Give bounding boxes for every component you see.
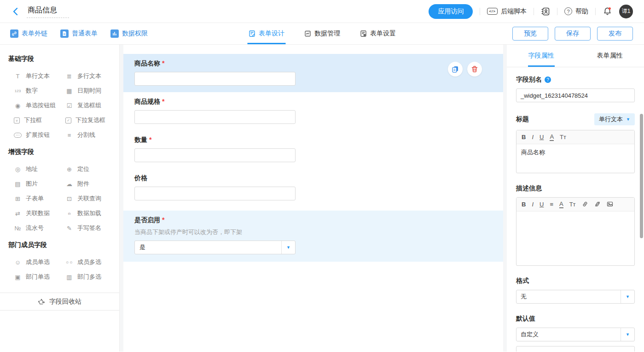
sidebar-field-dropdown-multi[interactable]: ✓下拉复选框 [65,116,116,124]
form-external-link-button[interactable]: 表单外链 [10,29,47,38]
sidebar-field-divider[interactable]: ≡分割线 [65,131,116,139]
copy-field-button[interactable] [448,62,463,76]
canvas-field-price[interactable]: 价格 [123,169,503,207]
format-select[interactable]: 无 ▼ [516,290,635,304]
bold-icon[interactable]: B [522,201,526,207]
description-editor-content[interactable] [516,211,634,265]
canvas-field-product-spec[interactable]: 商品规格* [123,92,503,130]
data-manage-icon [304,30,311,37]
help-tooltip-icon[interactable]: ? [545,76,551,83]
text-input[interactable] [134,187,296,200]
italic-icon[interactable]: I [532,134,534,140]
enabled-select[interactable]: 是 ▼ [134,241,296,254]
sidebar-field-linked-data[interactable]: ⇄关联数据 [14,209,65,217]
member-multi-icon: ☺☺ [65,260,73,264]
bold-icon[interactable]: B [522,134,526,140]
text-input[interactable] [134,110,296,124]
tab-data-manage[interactable]: 数据管理 [304,23,340,44]
format-label: 格式 [516,277,529,285]
canvas-field-enabled[interactable]: 是否启用* 当商品下架或停产时可以改为否，即下架 是 ▼ [123,211,503,262]
text-input[interactable] [134,148,296,162]
tab-form-properties[interactable]: 表单属性 [575,45,644,67]
field-label: 价格 [134,174,147,182]
normal-form-button[interactable]: 普通表单 [60,29,98,38]
field-recycle-bin-button[interactable]: 字段回收站 [0,293,119,311]
user-avatar[interactable]: 谭1 [619,5,633,18]
font-color-icon[interactable]: A [559,201,563,208]
field-label: 数量 [134,136,147,143]
field-label: 商品规格 [134,98,160,105]
default-custom-value-input[interactable] [516,346,635,352]
sidebar-field-radio-group[interactable]: ◉单选按钮组 [14,101,65,110]
delete-field-button[interactable] [467,62,482,76]
tab-form-design[interactable]: 表单设计 [248,23,284,44]
sidebar-field-data-load[interactable]: ılı数据加载 [65,209,116,217]
text-input[interactable] [134,72,296,86]
properties-scrollbar[interactable] [640,114,643,238]
field-type-dropdown[interactable]: 单行文本 ▼ [594,113,635,125]
sidebar-field-dept-multi[interactable]: ▥部门多选 [65,273,116,281]
radio-group-icon: ◉ [14,102,22,109]
tab-field-properties[interactable]: 字段属性 [507,45,575,67]
underline-icon[interactable]: U [540,134,544,140]
field-label-row: 是否启用* [134,215,492,224]
font-size-icon[interactable]: Tт [569,201,576,207]
sidebar-field-serial-number[interactable]: №流水号 [14,224,65,232]
canvas-field-quantity[interactable]: 数量* [123,130,503,169]
tab-form-settings[interactable]: 表单设置 [360,23,396,44]
font-size-icon[interactable]: Tт [560,134,566,140]
sidebar-field-extend-button[interactable]: ⋯扩展按钮 [14,131,65,139]
italic-icon[interactable]: I [532,201,534,207]
chevron-left-icon [11,7,20,16]
save-button[interactable]: 保存 [555,27,591,41]
section-title-enhanced-fields: 增强字段 [0,145,119,162]
default-value-mode: 自定义 [516,330,621,339]
sidebar-field-member-multi[interactable]: ☺☺成员多选 [65,258,116,266]
back-button[interactable] [9,5,22,18]
field-label: 单选按钮组 [26,101,56,110]
title-editor-content[interactable]: 商品名称 [516,144,634,173]
sidebar-field-address[interactable]: ◎地址 [14,165,65,173]
sidebar-field-location[interactable]: ⊕定位 [65,165,116,173]
sidebar-field-single-line-text[interactable]: T单行文本 [14,72,65,80]
sidebar-field-dropdown[interactable]: v下拉框 [14,116,65,124]
field-label-row: 商品名称* [134,59,492,68]
sidebar-field-checkbox-group[interactable]: ☑复选框组 [65,101,116,110]
preview-button[interactable]: 预览 [512,27,548,41]
app-access-button[interactable]: 应用访问 [429,4,473,19]
field-label: 日期时间 [77,87,101,95]
sidebar-field-image[interactable]: ▤图片 [14,180,65,188]
linked-data-icon: ⇄ [14,210,22,217]
default-value-select[interactable]: 自定义 ▼ [516,328,635,341]
data-permission-button[interactable]: 数据权限 [110,29,148,38]
font-color-icon[interactable]: A [550,134,554,141]
sidebar-field-signature[interactable]: ✎手写签名 [65,224,116,232]
sidebar-field-number[interactable]: 123数字 [14,87,65,95]
field-alias-input[interactable]: _widget_1623140478524 [516,88,635,102]
signature-icon: ✎ [65,225,73,232]
help-button[interactable]: ? 帮助 [564,7,588,16]
align-icon[interactable]: ≡ [550,201,553,207]
sidebar-field-dept-single[interactable]: ▣部门单选 [14,273,65,281]
sidebar-field-attachment[interactable]: ☁附件 [65,180,116,188]
sidebar-field-datetime[interactable]: ▦日期时间 [65,87,116,95]
field-label: 下拉复选框 [75,116,105,124]
sidebar-field-member-single[interactable]: ☺成员单选 [14,258,65,266]
sidebar-field-multi-line-text[interactable]: ≣多行文本 [65,72,116,80]
backend-script-button[interactable]: </> 后端脚本 [487,7,527,16]
sidebar-field-subform[interactable]: ⊞子表单 [14,194,65,203]
link-icon [10,29,18,38]
address-book-button[interactable] [541,7,550,16]
remove-link-icon[interactable] [594,201,601,208]
data-permission-label: 数据权限 [122,29,148,38]
publish-button[interactable]: 发布 [597,27,633,41]
sidebar-field-lookup-query[interactable]: ⊡关联查询 [65,194,116,203]
form-title-editable[interactable]: 商品信息 [27,5,69,18]
description-rich-editor: B I U ≡ A Tт [516,197,635,266]
field-label: 定位 [77,165,89,173]
insert-image-icon[interactable] [607,201,613,208]
canvas-field-product-name[interactable]: 商品名称* [123,54,503,92]
notifications-button[interactable] [603,6,612,16]
insert-link-icon[interactable] [582,201,588,208]
underline-icon[interactable]: U [540,201,544,207]
